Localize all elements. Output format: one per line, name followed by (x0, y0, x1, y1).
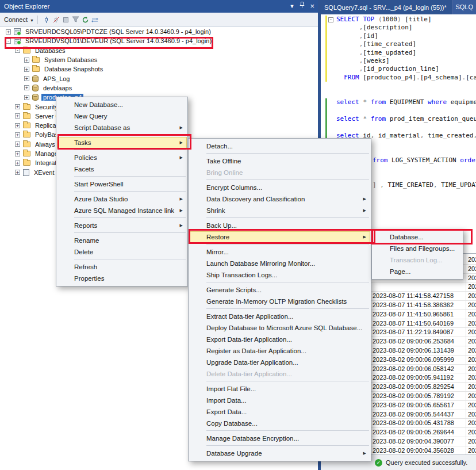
menu-item-policies[interactable]: Policies▶ (57, 152, 187, 163)
grid-cell-timestamp2: 2023-08-0 (468, 338, 476, 345)
menu-item-encrypt-columns[interactable]: Encrypt Columns... (189, 182, 370, 193)
tree-item-database-snapshots[interactable]: +Database Snapshots (0, 64, 318, 74)
menu-item-import-data[interactable]: Import Data... (189, 395, 370, 406)
expand-icon[interactable]: + (15, 104, 20, 109)
submenu-arrow-icon: ▶ (180, 122, 183, 133)
expand-icon[interactable]: + (24, 67, 29, 72)
expand-icon[interactable]: + (15, 170, 20, 175)
menu-item-manage-database-encryption[interactable]: Manage Database Encryption... (189, 433, 370, 444)
code-line: ,[id_production_line] (336, 65, 439, 73)
expand-icon[interactable]: + (24, 85, 29, 90)
menu-item-start-powershell[interactable]: Start PowerShell (57, 178, 187, 190)
expand-icon[interactable]: + (24, 95, 29, 100)
menu-item-register-as-data-tier-application[interactable]: Register as Data-tier Application... (189, 345, 370, 357)
auto-refresh-icon[interactable] (90, 15, 100, 25)
menu-item-database-upgrade[interactable]: Database Upgrade▶ (189, 448, 370, 459)
expand-icon[interactable]: + (15, 132, 20, 137)
menu-item-refresh[interactable]: Refresh (57, 261, 187, 273)
expand-icon[interactable]: + (15, 151, 20, 156)
menu-item-detach[interactable]: Detach... (189, 140, 370, 152)
menu-item-data-discovery-and-classification[interactable]: Data Discovery and Classification▶ (189, 193, 370, 205)
folder-icon (23, 123, 30, 128)
menu-item-new-query[interactable]: New Query (57, 110, 187, 122)
connect-icon[interactable] (41, 15, 51, 25)
expand-icon[interactable]: + (15, 123, 20, 128)
menu-item-azure-sql-managed-instance-link[interactable]: Azure SQL Managed Instance link▶ (57, 205, 187, 216)
menu-item-rename[interactable]: Rename (57, 235, 187, 246)
disconnect-icon[interactable] (51, 15, 61, 25)
collapse-icon[interactable]: - (15, 48, 20, 53)
menu-item-script-database-as[interactable]: Script Database as▶ (57, 122, 187, 133)
expand-icon[interactable]: + (24, 58, 29, 63)
xevent-icon (23, 169, 29, 176)
expand-icon[interactable]: + (15, 142, 20, 147)
grid-cell-timestamp2: 2023-08-0 (468, 356, 476, 363)
menu-item-import-flat-file[interactable]: Import Flat File... (189, 383, 370, 395)
collapse-icon[interactable]: - (6, 39, 11, 44)
menu-item-azure-data-studio[interactable]: Azure Data Studio▶ (57, 193, 187, 205)
menu-item-take-offline[interactable]: Take Offline (189, 155, 370, 167)
menu-item-tasks[interactable]: Tasks▶ (57, 137, 187, 148)
tree-item-system-databases[interactable]: +System Databases (0, 55, 318, 64)
submenu-arrow-icon: ▶ (363, 448, 366, 459)
expand-icon[interactable]: + (15, 161, 20, 166)
menu-item-shrink[interactable]: Shrink▶ (189, 205, 370, 216)
menu-item-facets[interactable]: Facets (57, 163, 187, 175)
menu-item-files-and-filegroups[interactable]: Files and Filegroups... (373, 243, 462, 254)
connect-dropdown[interactable]: Connect▼ (4, 16, 34, 23)
menu-separator (206, 244, 369, 244)
tree-item-aps-log[interactable]: +APS_Log (0, 74, 318, 83)
menu-item-label: Refresh (74, 263, 97, 270)
tree-item-devblaaps[interactable]: +devblaaps (0, 83, 318, 93)
folder-icon (23, 151, 30, 156)
expand-icon[interactable]: + (24, 76, 29, 81)
menu-item-generate-scripts[interactable]: Generate Scripts... (189, 284, 370, 296)
tree-item-srveurdcsql05-pdtcze-sql-server-14-0-3460-[interactable]: +SRVEURDCSQL05\PDTCZE (SQL Server 14.0.3… (0, 27, 318, 36)
menu-item-page[interactable]: Page... (373, 266, 462, 277)
object-explorer-titlebar: Object Explorer ▼ × (0, 0, 318, 13)
menu-item-reports[interactable]: Reports▶ (57, 220, 187, 231)
grid-cell-timestamp2: 2023-08-0 (468, 419, 476, 426)
menu-item-export-data-tier-application[interactable]: Export Data-tier Application... (189, 334, 370, 345)
status-message: Query executed successfully. (386, 459, 467, 466)
tree-item-databases[interactable]: -Databases (0, 46, 318, 55)
tab-sqlquery7[interactable]: SQLQuery7.sql - SRV..._p4 (p4_login (55)… (321, 4, 450, 11)
menu-item-properties[interactable]: Properties (57, 273, 187, 284)
menu-item-database[interactable]: Database... (373, 231, 462, 243)
menu-item-ship-transaction-logs[interactable]: Ship Transaction Logs... (189, 269, 370, 281)
folder-icon (23, 113, 30, 119)
expand-icon[interactable]: + (15, 113, 20, 119)
menu-separator (206, 217, 369, 218)
menu-item-label: Generate Scripts... (206, 286, 262, 293)
code-fold-toggle[interactable]: - (328, 17, 333, 22)
menu-item-back-up[interactable]: Back Up... (189, 220, 370, 231)
menu-item-label: Bring Online (206, 169, 243, 176)
filter-icon[interactable] (71, 15, 80, 25)
menu-item-label: Script Database as (74, 124, 130, 131)
menu-item-generate-in-memory-oltp-migration-checklis[interactable]: Generate In-Memory OLTP Migration Checkl… (189, 296, 370, 307)
menu-item-delete[interactable]: Delete (57, 246, 187, 258)
code-line: ,[time_updated] (336, 49, 416, 57)
menu-item-new-database[interactable]: New Database... (57, 99, 187, 110)
submenu-arrow-icon: ▶ (180, 205, 183, 216)
tree-item-srveurdvsql01-deveur-sql-server-14-0-3460-[interactable]: -SRVEURDVSQL01\DEVEUR (SQL Server 14.0.3… (0, 36, 318, 45)
tab-sqlquery-next[interactable]: SQLQ (452, 0, 476, 14)
menu-item-label: Start PowerShell (74, 181, 124, 188)
menu-item-restore[interactable]: Restore▶ (189, 231, 370, 243)
menu-separator (74, 232, 186, 233)
stop-icon[interactable] (61, 15, 71, 25)
menu-item-deploy-database-to-microsoft-azure-sql-dat[interactable]: Deploy Database to Microsoft Azure SQL D… (189, 322, 370, 334)
close-icon[interactable]: × (310, 0, 314, 13)
window-position-icon[interactable]: ▼ (289, 0, 294, 13)
menu-item-label: New Query (74, 113, 108, 120)
menu-item-extract-data-tier-application[interactable]: Extract Data-tier Application... (189, 311, 370, 322)
refresh-icon[interactable] (80, 15, 90, 25)
menu-item-export-data[interactable]: Export Data... (189, 406, 370, 418)
menu-item-copy-database[interactable]: Copy Database... (189, 418, 370, 429)
pin-icon[interactable] (300, 0, 305, 13)
menu-item-mirror[interactable]: Mirror... (189, 246, 370, 258)
folder-icon (23, 160, 30, 166)
menu-item-launch-database-mirroring-monitor[interactable]: Launch Database Mirroring Monitor... (189, 258, 370, 269)
expand-icon[interactable]: + (6, 29, 11, 35)
menu-item-upgrade-data-tier-application[interactable]: Upgrade Data-tier Application... (189, 357, 370, 368)
